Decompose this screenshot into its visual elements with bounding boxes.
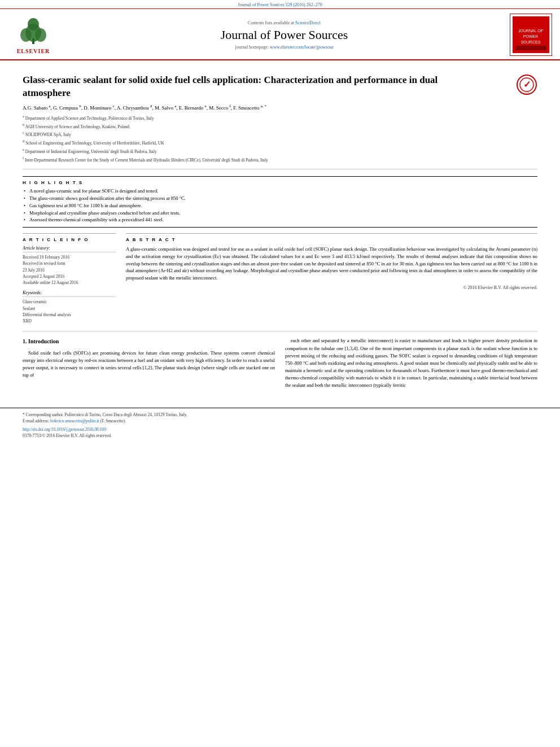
email-link[interactable]: federico.smeacetto@polito.it: [50, 418, 99, 423]
highlight-item-4: Morphological and crystalline phase anal…: [23, 209, 537, 217]
accepted-date: Accepted 2 August 2016: [23, 273, 116, 279]
keywords-section: Keywords: Glass-ceramic Sealant Differen…: [23, 290, 116, 324]
svg-rect-10: [515, 46, 546, 50]
authors-line: A.G. Sabato a, G. Cempura b, D. Montinar…: [23, 104, 537, 111]
abstract-col: A B S T R A C T A glass-ceramic composit…: [126, 233, 537, 324]
keyword-3: Differential thermal analysis: [23, 312, 116, 318]
highlights-label: H I G H L I G H T S: [23, 180, 537, 185]
abstract-copyright: © 2016 Elsevier B.V. All rights reserved…: [126, 285, 537, 290]
abstract-section: A B S T R A C T A glass-ceramic composit…: [126, 233, 537, 290]
homepage-link[interactable]: www.elsevier.com/locate/jpowsour: [270, 45, 333, 50]
journal-header: ELSEVIER Contents lists available at Sci…: [0, 9, 560, 60]
sciencedirect-line: Contents lists available at ScienceDirec…: [59, 20, 510, 25]
email-label: E-mail address:: [23, 418, 49, 423]
article-info-abstract-row: A R T I C L E I N F O Article history: R…: [23, 233, 537, 324]
power-sources-logo-icon: JOURNAL OF POWER SOURCES: [513, 16, 549, 53]
page-footer: * Corresponding author. Politecnico di T…: [0, 408, 560, 442]
keyword-2: Sealant: [23, 305, 116, 312]
svg-point-3: [35, 28, 46, 42]
article-body: Glass-ceramic sealant for solid oxide fu…: [0, 60, 560, 399]
keyword-4: XRD: [23, 318, 116, 324]
highlight-item-3: Gas tightness test at 800 °C for 1100 h …: [23, 202, 537, 209]
keywords-title: Keywords:: [23, 290, 116, 297]
doi-link[interactable]: http://dx.doi.org/10.1016/j.jpowsour.201…: [23, 427, 106, 432]
main-col-left: 1. Introduction Solid oxide fuel cells (…: [23, 337, 275, 392]
journal-citation: Journal of Power Sources 328 (2016) 262–…: [238, 2, 322, 7]
intro-section-number: 1.: [23, 338, 27, 344]
main-content: 1. Introduction Solid oxide fuel cells (…: [23, 331, 537, 392]
article-history-title: Article history:: [23, 246, 116, 252]
email-line: E-mail address: federico.smeacetto@polit…: [23, 418, 537, 424]
sciencedirect-link[interactable]: ScienceDirect: [295, 20, 321, 25]
corresponding-note: * Corresponding author. Politecnico di T…: [23, 412, 537, 418]
article-info-label: A R T I C L E I N F O: [23, 237, 116, 242]
svg-point-2: [20, 28, 32, 42]
highlight-item-5: Assessed thermo-chemical compatibility w…: [23, 216, 537, 224]
highlight-item-1: A novel glass-ceramic seal for planar SO…: [23, 187, 537, 195]
email-suffix: (F. Smeacetto).: [100, 418, 126, 423]
affiliations: a Department of Applied Science and Tech…: [23, 113, 537, 163]
svg-point-4: [28, 18, 39, 30]
footer-issn: 0378-7753/© 2016 Elsevier B.V. All right…: [23, 433, 537, 438]
highlight-item-2: The glass-ceramic shows good densificati…: [23, 195, 537, 202]
svg-text:✓: ✓: [523, 80, 531, 89]
revised-date: 23 July 2016: [23, 267, 116, 273]
article-info-section: A R T I C L E I N F O Article history: R…: [23, 233, 116, 324]
abstract-label: A B S T R A C T: [126, 237, 537, 242]
article-title-section: Glass-ceramic sealant for solid oxide fu…: [23, 66, 537, 169]
intro-heading: 1. Introduction: [23, 337, 275, 346]
intro-body-left: Solid oxide fuel cells (SOFCs) are promi…: [23, 350, 275, 379]
elsevier-tree-icon: [14, 16, 53, 47]
svg-text:JOURNAL OF: JOURNAL OF: [518, 29, 543, 33]
keyword-1: Glass-ceramic: [23, 299, 116, 305]
svg-text:CrossMark: CrossMark: [520, 91, 533, 94]
elsevier-logo: ELSEVIER: [8, 16, 59, 54]
journal-logo-right: JOURNAL OF POWER SOURCES: [510, 14, 552, 56]
main-col-right: each other and separated by a metallic i…: [285, 337, 537, 392]
homepage-line: journal homepage: www.elsevier.com/locat…: [59, 45, 510, 50]
elsevier-label: ELSEVIER: [17, 48, 50, 54]
abstract-text: A glass-ceramic composition was designed…: [126, 246, 537, 282]
received-revised-label: Received in revised form: [23, 260, 116, 267]
journal-center: Contents lists available at ScienceDirec…: [59, 20, 510, 50]
intro-body-right: each other and separated by a metallic i…: [285, 337, 537, 389]
crossmark-icon[interactable]: ✓ CrossMark: [516, 74, 537, 95]
svg-text:SOURCES: SOURCES: [521, 40, 541, 44]
highlights-section: H I G H L I G H T S A novel glass-cerami…: [23, 176, 537, 228]
article-info-col: A R T I C L E I N F O Article history: R…: [23, 233, 116, 324]
svg-text:POWER: POWER: [523, 34, 538, 38]
available-online: Available online 12 August 2016: [23, 279, 116, 286]
journal-citation-bar: Journal of Power Sources 328 (2016) 262–…: [0, 0, 560, 9]
intro-section-title: Introduction: [28, 338, 59, 344]
received-date: Received 19 February 2016: [23, 254, 116, 260]
journal-title: Journal of Power Sources: [59, 28, 510, 42]
article-title: Glass-ceramic sealant for solid oxide fu…: [23, 74, 485, 100]
